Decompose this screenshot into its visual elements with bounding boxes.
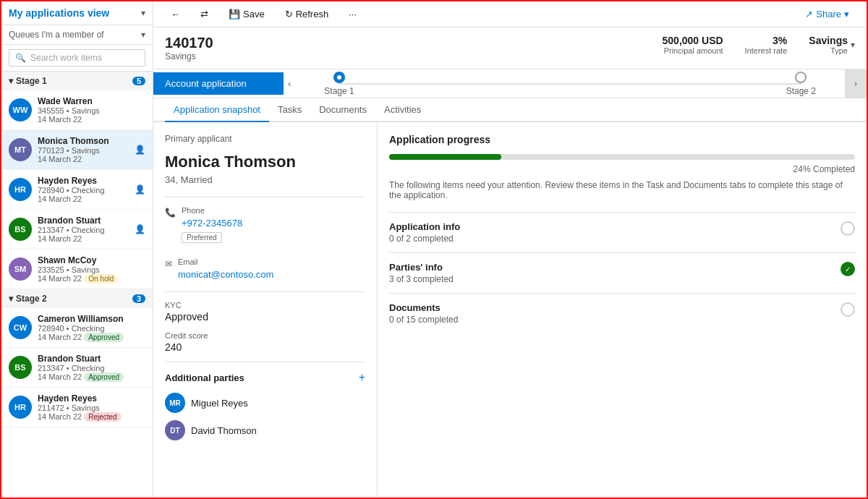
item-date: 14 March 22 Rejected xyxy=(38,412,145,421)
queues-chevron-icon: ▾ xyxy=(141,30,145,40)
preferred-badge: Preferred xyxy=(182,232,222,243)
kyc-section: KYC Approved Credit score 240 xyxy=(165,291,365,353)
list-item[interactable]: HR Hayden Reyes 728940 • Checking 14 Mar… xyxy=(1,170,153,210)
item-name: Shawn McCoy xyxy=(38,255,145,265)
refresh-button[interactable]: ↻ Refresh xyxy=(279,6,335,22)
stage-1-dot xyxy=(333,72,345,83)
progress-item-name: Application info xyxy=(389,221,841,232)
item-date: 14 March 22 Approved xyxy=(38,333,145,341)
sidebar: My applications view ▾ Queues I'm a memb… xyxy=(1,1,153,498)
list-item[interactable]: SM Shawn McCoy 233525 • Savings 14 March… xyxy=(1,250,153,289)
main-content: ← ⇄ 💾 Save ↻ Refresh ··· ↗ Share ▾ xyxy=(153,1,867,498)
progress-item: Parties' info 3 of 3 completed ✓ xyxy=(389,252,855,293)
stage-bar: Account application ‹ Stage 1 Stage 2 › xyxy=(153,69,867,98)
progress-item: Application info 0 of 2 completed xyxy=(389,212,855,252)
progress-item-name: Parties' info xyxy=(389,262,841,273)
stage-1-toggle-icon: ▾ xyxy=(9,76,13,86)
item-date: 14 March 22 xyxy=(38,155,129,163)
item-name: Hayden Reyes xyxy=(38,176,129,186)
refresh-icon: ↻ xyxy=(285,9,293,20)
save-button[interactable]: 💾 Save xyxy=(223,6,271,22)
tab-application-snapshot[interactable]: Application snapshot xyxy=(165,98,269,122)
savings-chevron-icon: ▾ xyxy=(851,40,855,50)
additional-parties-title: Additional parties xyxy=(165,372,244,383)
item-name: Hayden Reyes xyxy=(38,393,145,404)
item-name: Monica Thomson xyxy=(38,136,129,146)
stage-tab[interactable]: Account application xyxy=(153,72,284,95)
add-party-button[interactable]: + xyxy=(359,371,365,384)
stage-prev-button[interactable]: ‹ xyxy=(284,78,295,89)
tab-activities[interactable]: Activities xyxy=(375,98,430,122)
applicant-detail: 34, Married xyxy=(165,174,365,185)
list-item[interactable]: BS Brandon Stuart 213347 • Checking 14 M… xyxy=(1,348,153,388)
avatar: HR xyxy=(9,396,32,419)
avatar: SM xyxy=(9,257,32,281)
stage-2-header[interactable]: ▾ Stage 2 3 xyxy=(1,289,153,308)
assign-icon: 👤 xyxy=(135,184,145,195)
share-button[interactable]: ↗ Share ▾ xyxy=(799,6,855,22)
stage-1-header[interactable]: ▾ Stage 1 5 xyxy=(1,72,153,90)
search-box: 🔍 Search work items xyxy=(1,45,153,72)
stage-1-count: 5 xyxy=(132,77,145,85)
stage-progress: Stage 1 Stage 2 xyxy=(295,72,845,96)
sidebar-header[interactable]: My applications view ▾ xyxy=(1,1,153,25)
assign-icon: 👤 xyxy=(135,145,145,155)
credit-label: Credit score xyxy=(165,331,365,340)
stage-1-label: Stage 1 xyxy=(16,76,132,86)
search-icon: 🔍 xyxy=(15,53,26,63)
progress-item-sub: 3 of 3 completed xyxy=(389,274,841,284)
list-item[interactable]: BS Brandon Stuart 213347 • Checking 14 M… xyxy=(1,210,153,250)
tab-documents[interactable]: Documents xyxy=(310,98,375,122)
list-item[interactable]: CW Cameron Williamson 728940 • Checking … xyxy=(1,308,153,348)
avatar: BS xyxy=(9,356,32,379)
item-sub: 728940 • Checking xyxy=(38,186,129,195)
back-icon: ← xyxy=(171,9,180,20)
email-icon: ✉ xyxy=(165,259,172,269)
stage-2-label: Stage 2 xyxy=(16,294,132,304)
progress-note: The following items need your attention.… xyxy=(389,180,855,200)
item-name: Brandon Stuart xyxy=(38,354,145,364)
savings-type: Savings Type ▾ xyxy=(809,35,855,55)
search-input[interactable]: 🔍 Search work items xyxy=(9,49,145,67)
sidebar-title: My applications view xyxy=(9,7,109,19)
kyc-label: KYC xyxy=(165,301,365,310)
content-area: Primary applicant Monica Thomson 34, Mar… xyxy=(153,122,867,498)
party-avatar: DT xyxy=(165,420,185,440)
progress-bar-fill xyxy=(389,154,501,160)
progress-title: Application progress xyxy=(389,134,855,145)
party-item: DT David Thomson xyxy=(165,420,365,440)
progress-item-sub: 0 of 15 completed xyxy=(389,315,841,325)
search-placeholder: Search work items xyxy=(30,53,102,63)
more-button[interactable]: ··· xyxy=(343,6,362,22)
stage-tab-label: Account application xyxy=(165,78,247,89)
status-badge: On hold xyxy=(84,274,118,283)
item-sub: 345555 • Savings xyxy=(38,106,145,115)
stage-2-item: Stage 2 xyxy=(786,72,816,96)
party-name: David Thomson xyxy=(191,425,257,436)
refresh-cycle-button[interactable]: ⇄ xyxy=(195,6,214,22)
list-item[interactable]: WW Wade Warren 345555 • Savings 14 March… xyxy=(1,90,153,130)
item-date: 14 March 22 On hold xyxy=(38,274,145,283)
credit-value: 240 xyxy=(165,341,365,353)
avatar: WW xyxy=(9,98,32,121)
tab-tasks[interactable]: Tasks xyxy=(269,98,310,122)
progress-item-status: ✓ xyxy=(841,262,855,276)
record-subtitle: Savings xyxy=(165,51,213,61)
item-date: 14 March 22 xyxy=(38,195,129,203)
record-id: 140170 xyxy=(165,35,213,51)
list-item[interactable]: HR Hayden Reyes 211472 • Savings 14 Marc… xyxy=(1,388,153,427)
toolbar: ← ⇄ 💾 Save ↻ Refresh ··· ↗ Share ▾ xyxy=(153,1,867,27)
list-item[interactable]: MT Monica Thomson 770123 • Savings 14 Ma… xyxy=(1,130,153,170)
back-button[interactable]: ← xyxy=(165,6,186,22)
queues-header[interactable]: Queues I'm a member of ▾ xyxy=(1,25,153,45)
cycle-icon: ⇄ xyxy=(200,9,208,20)
contact-section: 📞 Phone +972-2345678 Preferred ✉ Email m… xyxy=(165,197,365,283)
status-badge: Approved xyxy=(84,333,124,342)
progress-bar xyxy=(389,154,855,160)
stage-next-button[interactable]: › xyxy=(845,69,867,98)
share-chevron-icon: ▾ xyxy=(844,9,849,20)
additional-parties-section: Additional parties + MR Miguel Reyes DT … xyxy=(165,362,365,440)
stage-1-item: Stage 1 xyxy=(324,72,354,96)
stage-line xyxy=(339,83,801,85)
sidebar-chevron-icon: ▾ xyxy=(141,8,145,18)
